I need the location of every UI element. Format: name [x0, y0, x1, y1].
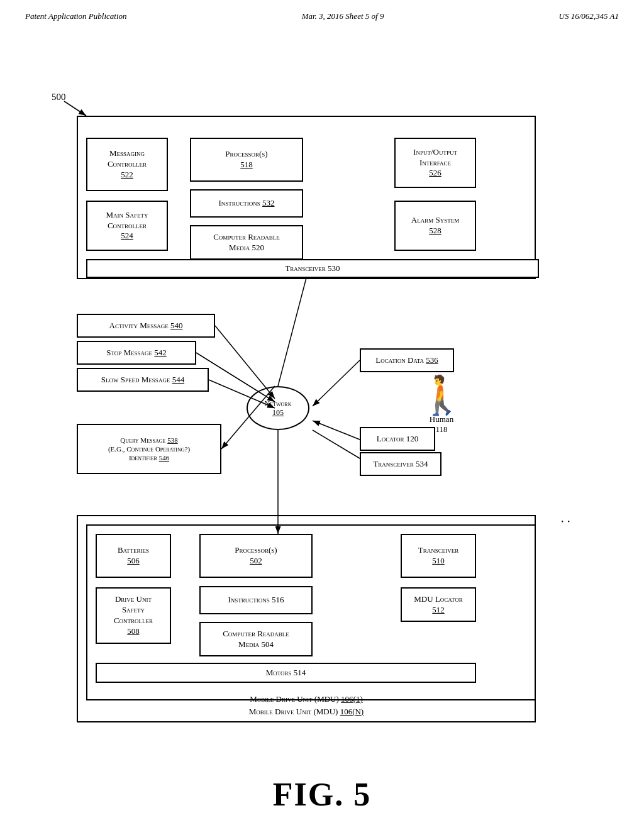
human-area: 🚶 Human118: [385, 377, 498, 434]
box-slow-speed: Slow Speed Message 544: [77, 368, 209, 392]
box-processor-top: Processor(s)518: [190, 138, 303, 182]
box-motors: Motors 514: [96, 663, 476, 683]
svg-line-6: [313, 360, 360, 406]
box-instructions-top: Instructions 532: [190, 189, 303, 218]
box-mdu-locator: MDU Locator512: [401, 587, 476, 622]
box-stop: Stop Message 542: [77, 341, 196, 365]
box-activity: Activity Message 540: [77, 314, 215, 338]
box-batteries: Batteries506: [96, 534, 171, 578]
box-location-data: Location Data 536: [360, 348, 454, 372]
box-transceiver-bot: Transceiver510: [401, 534, 476, 578]
svg-line-9: [278, 278, 306, 386]
box-processor-bot: Processor(s)502: [199, 534, 313, 578]
svg-line-8: [313, 421, 360, 440]
label-500: 500: [52, 92, 66, 102]
header-right: US 16/062,345 A1: [559, 11, 619, 21]
main-safety-label: Main SafetyController524: [106, 210, 148, 241]
box-locator: Locator 120: [360, 427, 435, 451]
box-transceiver-top: Transceiver 530: [86, 259, 539, 278]
messaging-line1: MessagingController522: [108, 148, 147, 179]
network-circle: Network105: [247, 386, 309, 430]
mdu-label-1: Mobile Drive Unit (MDU) 106(1): [77, 694, 536, 704]
box-alarm: Alarm System528: [394, 201, 476, 251]
box-main-safety: Main SafetyController524: [86, 201, 168, 251]
mdu-label-n: Mobile Drive Unit (MDU) 106(N): [77, 707, 536, 717]
box-messaging: MessagingController522: [86, 138, 168, 191]
header-center: Mar. 3, 2016 Sheet 5 of 9: [302, 11, 384, 21]
box-io-interface: Input/OutputInterface526: [394, 138, 476, 188]
corner-dots: • •: [561, 518, 571, 525]
human-figure: 🚶: [385, 377, 498, 414]
page-header: Patent Application Publication Mar. 3, 2…: [0, 0, 644, 21]
fig-label: FIG. 5: [0, 776, 644, 813]
box-query: Query Message 538(E.G., Continue Operati…: [77, 424, 221, 474]
box-crm-bot: Computer ReadableMedia 504: [199, 622, 313, 656]
box-instructions-bot: Instructions 516: [199, 586, 313, 614]
box-transceiver-human: Transceiver 534: [360, 452, 441, 476]
svg-line-11: [313, 430, 360, 458]
diagram-area: 500 MessagingController522 Main SafetyCo…: [52, 40, 592, 763]
svg-line-2: [64, 101, 86, 116]
box-drive-unit: Drive UnitSafetyController508: [96, 587, 171, 644]
header-left: Patent Application Publication: [25, 11, 127, 21]
box-crm-top: Computer ReadableMedia 520: [190, 225, 303, 260]
